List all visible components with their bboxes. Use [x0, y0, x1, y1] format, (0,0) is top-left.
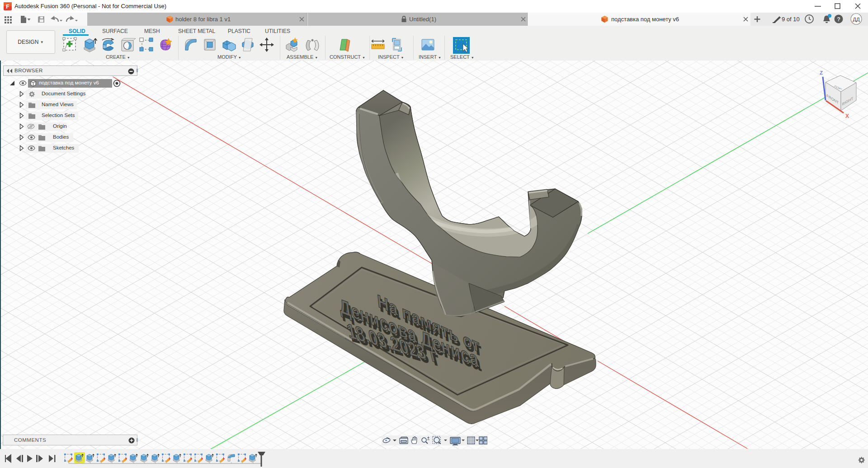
svg-text:F: F [6, 4, 9, 10]
svg-text:9 of 10: 9 of 10 [782, 16, 800, 23]
svg-text:?: ? [837, 16, 840, 23]
svg-text:X: X [845, 113, 849, 119]
svg-text:ДД: ДД [853, 17, 860, 22]
svg-text:Z: Z [820, 70, 823, 75]
